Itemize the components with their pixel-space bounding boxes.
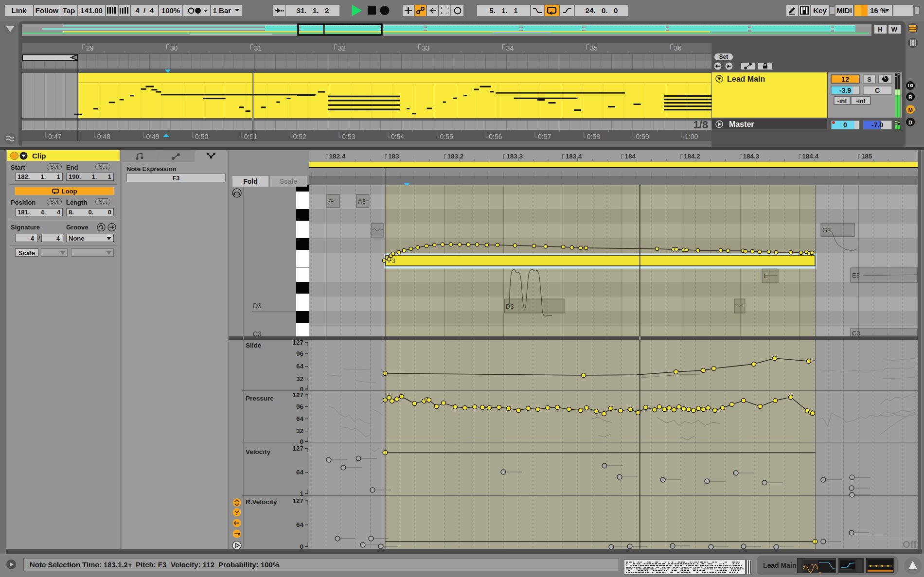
svg-text:Pressure: Pressure xyxy=(246,395,274,402)
svg-text:36: 36 xyxy=(674,44,682,52)
svg-text:H: H xyxy=(878,26,882,33)
svg-text:64: 64 xyxy=(296,363,304,370)
svg-text:0:53: 0:53 xyxy=(342,133,355,140)
svg-text:0:58: 0:58 xyxy=(587,133,600,140)
svg-text:127: 127 xyxy=(292,391,303,399)
svg-text:0:52: 0:52 xyxy=(293,133,306,140)
svg-text:96: 96 xyxy=(296,403,304,410)
svg-text:R.Velocity: R.Velocity xyxy=(246,498,277,506)
svg-text:34: 34 xyxy=(506,44,514,52)
svg-text:0:50: 0:50 xyxy=(195,133,208,140)
svg-text:0: 0 xyxy=(843,121,847,129)
svg-text:0:54: 0:54 xyxy=(391,133,404,140)
svg-text:0:59: 0:59 xyxy=(636,133,649,140)
svg-text:D3: D3 xyxy=(253,302,262,310)
svg-text:R: R xyxy=(908,94,912,100)
svg-text:Lead Main: Lead Main xyxy=(727,75,765,83)
svg-text:127: 127 xyxy=(292,445,303,452)
svg-text:184: 184 xyxy=(624,153,636,160)
svg-text:W: W xyxy=(891,26,898,33)
svg-text:Scale: Scale xyxy=(280,177,298,185)
svg-text:30: 30 xyxy=(170,44,178,52)
svg-text:35: 35 xyxy=(590,44,598,52)
svg-text:185: 185 xyxy=(861,153,872,160)
svg-text:0:55: 0:55 xyxy=(440,133,453,140)
svg-text:64: 64 xyxy=(296,415,304,422)
svg-text:184.4: 184.4 xyxy=(802,153,818,160)
svg-text:32: 32 xyxy=(296,427,303,435)
svg-text:-inf: -inf xyxy=(837,97,847,105)
svg-text:Fold: Fold xyxy=(243,177,258,185)
svg-text:0: 0 xyxy=(300,438,303,445)
svg-text:183.3: 183.3 xyxy=(506,153,523,160)
svg-text:Lead Main: Lead Main xyxy=(763,561,796,569)
svg-text:64: 64 xyxy=(296,469,304,476)
svg-text:C: C xyxy=(875,87,880,94)
svg-text:182.4: 182.4 xyxy=(329,153,345,160)
svg-text:-3.9: -3.9 xyxy=(839,87,851,94)
svg-text:33: 33 xyxy=(422,44,430,52)
svg-text:127: 127 xyxy=(292,339,303,346)
svg-text:29: 29 xyxy=(86,44,94,52)
svg-text:32: 32 xyxy=(296,375,303,383)
svg-text:31: 31 xyxy=(254,44,262,52)
svg-text:D: D xyxy=(908,120,912,125)
svg-text:Master: Master xyxy=(729,120,754,128)
svg-text:1/8: 1/8 xyxy=(693,119,708,131)
svg-text:0:57: 0:57 xyxy=(538,133,551,140)
svg-text:1: 1 xyxy=(300,490,303,497)
svg-text:32: 32 xyxy=(338,44,346,52)
svg-text:Velocity: Velocity xyxy=(246,448,271,455)
svg-text:D3: D3 xyxy=(506,303,514,310)
svg-text:127: 127 xyxy=(292,497,303,505)
svg-text:183.4: 183.4 xyxy=(566,153,582,160)
svg-text:0:51: 0:51 xyxy=(244,133,257,140)
svg-text:Slide: Slide xyxy=(246,342,262,349)
svg-text:M: M xyxy=(908,107,912,113)
svg-text:184.3: 184.3 xyxy=(743,153,760,160)
svg-text:0:47: 0:47 xyxy=(48,133,61,140)
svg-text:183: 183 xyxy=(388,153,399,160)
svg-text:1:00: 1:00 xyxy=(685,133,698,140)
svg-text:G3: G3 xyxy=(822,227,831,234)
svg-text:A3: A3 xyxy=(358,198,366,205)
svg-text:0:56: 0:56 xyxy=(489,133,502,140)
svg-text:96: 96 xyxy=(296,350,304,357)
svg-text:12: 12 xyxy=(841,75,849,83)
svg-text:0:48: 0:48 xyxy=(97,133,110,140)
svg-text:0:49: 0:49 xyxy=(146,133,159,140)
svg-text:C3: C3 xyxy=(852,330,860,337)
svg-text:64: 64 xyxy=(296,521,304,528)
svg-text:184.2: 184.2 xyxy=(684,153,700,160)
svg-text:183.2: 183.2 xyxy=(447,153,464,160)
svg-text:-inf: -inf xyxy=(856,97,866,105)
svg-text:S: S xyxy=(867,76,871,83)
svg-text:Off: Off xyxy=(903,539,917,550)
svg-text:-7.0: -7.0 xyxy=(871,121,883,129)
svg-text:E3: E3 xyxy=(852,272,860,279)
svg-text:Set: Set xyxy=(719,53,729,60)
